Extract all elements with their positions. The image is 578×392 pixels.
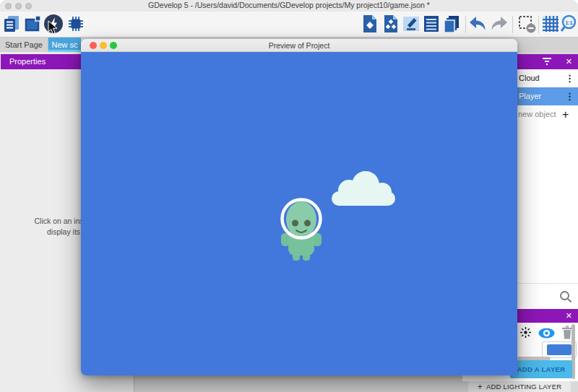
zoom-1-1-icon[interactable]: 1:1 [559,14,577,35]
grid-icon[interactable] [541,14,560,35]
tab-start-page[interactable]: Start Page [0,38,48,52]
tab-new-scene[interactable]: New sc [48,38,81,52]
toolbar-separator [538,16,539,33]
redo-icon[interactable] [490,14,509,35]
main-toolbar: 1:1 [0,12,578,38]
mask-icon[interactable] [517,14,536,35]
debug-icon[interactable] [66,14,85,35]
object-name: Player [519,87,541,105]
toolbar-separator [465,16,466,33]
app-titlebar: GDevelop 5 - /Users/david/Documents/GDev… [0,0,578,12]
toolbar-separator [512,16,513,33]
cloud-sprite [329,168,397,207]
gdevelop-window: GDevelop 5 - /Users/david/Documents/GDev… [0,0,578,392]
visibility-eye-icon[interactable] [538,328,555,339]
object-menu-dots-icon[interactable]: ⋮ [565,69,574,87]
filter-icon[interactable] [542,57,552,66]
add-object-label: new object [518,105,556,123]
layers-editor-icon[interactable] [442,14,461,35]
svg-text:1:1: 1:1 [565,20,572,25]
app-title: GDevelop 5 - /Users/david/Documents/GDev… [0,1,578,9]
preview-window: Preview of Project [81,39,517,375]
undo-icon[interactable] [468,14,487,35]
project-manager-icon[interactable] [2,14,21,35]
effects-icon[interactable] [519,326,532,339]
instances-list-icon[interactable] [422,14,441,35]
objects-editor-icon[interactable] [361,14,379,35]
object-name: Cloud [519,69,540,87]
preview-titlebar[interactable]: Preview of Project [81,39,517,52]
tab-start-page-label: Start Page [5,40,43,49]
objects-panel-close-icon[interactable]: ✕ [566,54,572,69]
add-object-icon[interactable]: + [562,105,569,123]
object-groups-icon[interactable] [381,14,400,35]
mouse-cursor [48,20,59,35]
preview-window-icon[interactable] [24,14,43,35]
add-lighting-layer-label: ADD LIGHTING LAYER [486,383,561,391]
object-menu-dots-icon[interactable]: ⋮ [565,87,574,105]
add-lighting-layer-button[interactable]: + ADD LIGHTING LAYER [468,381,571,392]
add-icon: + [478,382,483,392]
scene-properties-icon[interactable] [402,14,420,35]
search-icon[interactable] [559,290,572,303]
layer-color-swatch [547,344,571,355]
game-canvas[interactable] [81,52,517,375]
preview-title: Preview of Project [81,39,517,52]
player-sprite [265,175,337,262]
layers-panel-close-icon[interactable]: ✕ [566,309,572,323]
tab-new-scene-label: New sc [51,40,77,49]
add-layer-button[interactable]: ADD A LAYER [510,360,572,378]
properties-panel-title: Properties [9,57,46,66]
